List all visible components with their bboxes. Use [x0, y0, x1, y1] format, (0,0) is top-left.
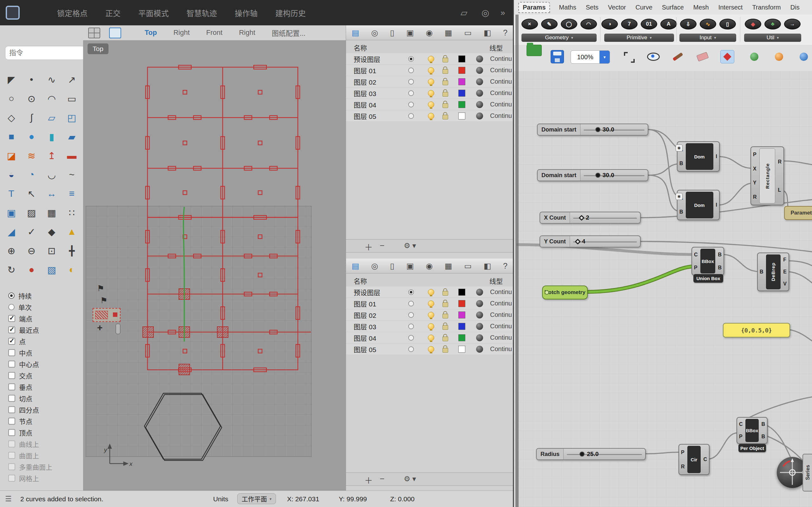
group-caption[interactable]: Geometry [521, 34, 597, 42]
selection-filter-icon[interactable] [93, 308, 120, 322]
display-panel-icon[interactable]: ▭ [464, 262, 472, 271]
osnap-item[interactable]: 多重曲面上 [0, 461, 83, 472]
box-panel-icon[interactable]: ▣ [406, 262, 414, 271]
pane-single-icon[interactable] [109, 27, 121, 38]
number-slider-icon[interactable]: ∿ [700, 19, 716, 30]
checkbox-icon[interactable] [8, 441, 15, 447]
layer-material-icon[interactable] [476, 346, 483, 353]
monitor-panel-icon[interactable]: ◧ [484, 262, 491, 271]
port-out[interactable]: L [778, 187, 781, 193]
menubar-item[interactable]: 正交 [105, 7, 120, 18]
tab-transform[interactable]: Transform [751, 3, 781, 12]
menubar-item[interactable]: 平面模式 [138, 7, 169, 18]
layer-lock-icon[interactable] [443, 325, 448, 330]
boolean-union-icon[interactable]: ◒ [1, 168, 21, 181]
eraser-icon[interactable] [696, 50, 710, 63]
tab-intersect[interactable]: Intersect [718, 3, 744, 12]
port-in[interactable]: C [739, 421, 743, 427]
slider-knob[interactable] [575, 239, 580, 244]
menubar-item[interactable]: 建构历史 [275, 7, 306, 18]
layer-color-swatch[interactable] [458, 101, 465, 108]
layer-material-icon[interactable] [476, 90, 483, 97]
puzzle-icon[interactable]: ◪ [1, 149, 21, 162]
osnap-item[interactable]: 曲面上 [0, 450, 83, 461]
group-caption[interactable]: Util [744, 34, 801, 42]
current-layer-radio[interactable] [408, 67, 414, 73]
checkbox-icon[interactable] [8, 383, 15, 390]
curve-param-icon[interactable]: ✎ [541, 19, 558, 30]
freeform-icon[interactable]: ∫ [21, 111, 42, 124]
osnap-item[interactable]: 节点 [0, 415, 83, 427]
layer-row[interactable]: 图层 01 Continu [346, 65, 513, 76]
units-label[interactable]: Units [213, 495, 229, 503]
open-file-icon[interactable] [526, 45, 542, 56]
group-caption[interactable]: Primitive [604, 34, 674, 42]
sphere-icon[interactable]: ● [21, 130, 42, 143]
ellipse-icon[interactable]: ⊙ [21, 92, 42, 105]
integer-param-icon[interactable]: 7 [621, 19, 638, 30]
layer-row[interactable]: 图层 03 Continu [346, 321, 513, 332]
paintbrush-icon[interactable] [671, 50, 685, 63]
layer-material-icon[interactable] [476, 312, 483, 319]
dom-component-2[interactable]: ✱ A B Dom I [677, 190, 720, 220]
cplane-export-icon[interactable]: ▱ [461, 0, 467, 25]
menubar-item[interactable]: 智慧轨迹 [187, 7, 217, 18]
layer-row[interactable]: 图层 04 Continu [346, 99, 513, 110]
layer-visibility-bulb-icon[interactable] [428, 323, 434, 330]
layer-linetype[interactable]: Continu [490, 334, 513, 341]
layer-row[interactable]: 图层 05 Continu [346, 110, 513, 122]
port-in[interactable]: C [694, 252, 698, 258]
circle-param-icon[interactable]: ◯ [561, 19, 577, 30]
layer-material-icon[interactable] [476, 101, 483, 108]
tab-layout[interactable]: 图纸配置... [264, 27, 314, 38]
render-icon[interactable]: ● [21, 263, 42, 276]
checkbox-icon[interactable] [8, 338, 15, 345]
osnap-mode[interactable]: 持续 [0, 290, 83, 301]
checkbox-icon[interactable] [8, 372, 15, 379]
number-slider-x-count[interactable]: X Count 2 [540, 212, 641, 224]
layer-linetype[interactable]: Continu [490, 300, 513, 307]
layer-visibility-bulb-icon[interactable] [428, 289, 434, 295]
osnap-item[interactable]: 顶点 [0, 427, 83, 438]
pan-icon[interactable]: ╋ [62, 244, 82, 257]
tab-surface[interactable]: Surface [661, 3, 684, 12]
layer-material-icon[interactable] [476, 78, 483, 85]
export-icon[interactable]: → [784, 19, 801, 30]
radio-icon[interactable] [8, 304, 14, 310]
port-out[interactable]: R [778, 159, 781, 165]
layer-visibility-bulb-icon[interactable] [428, 335, 434, 341]
layer-row[interactable]: 预设图层 Continu [346, 53, 513, 65]
layer-linetype[interactable]: Continu [490, 66, 513, 74]
camera-panel-icon[interactable]: ◉ [426, 28, 433, 38]
layer-material-icon[interactable] [476, 289, 483, 296]
checkbox-icon[interactable] [8, 475, 15, 482]
zoom-window-icon[interactable]: ⊡ [42, 244, 62, 257]
current-layer-radio[interactable] [408, 312, 414, 318]
layer-linetype[interactable]: Continu [490, 288, 513, 296]
text-icon[interactable]: T [1, 187, 21, 200]
map-icon[interactable]: ▧ [42, 263, 62, 276]
grid-panel-icon[interactable]: ▦ [445, 28, 452, 38]
layer-lock-icon[interactable] [443, 92, 448, 97]
notes-panel-icon[interactable]: ▯ [390, 262, 395, 271]
boolean-diff-icon[interactable]: ◔ [21, 168, 42, 181]
layer-linetype[interactable]: Continu [490, 78, 513, 85]
pen-icon[interactable] [115, 324, 120, 334]
block-icon[interactable]: ▣ [1, 206, 21, 219]
slider-knob[interactable] [579, 452, 585, 457]
zoom-in-icon[interactable]: ⊕ [1, 244, 21, 257]
layer-linetype[interactable]: Continu [490, 55, 513, 62]
box-panel-icon[interactable]: ▣ [406, 28, 414, 38]
current-layer-radio[interactable] [408, 301, 414, 306]
port-out[interactable]: B [761, 421, 765, 427]
osnap-item[interactable]: 最近点 [0, 324, 83, 336]
zoom-extents-icon[interactable] [622, 50, 636, 63]
current-layer-radio[interactable] [408, 346, 414, 352]
notch-geometry-param[interactable]: Notch geometry [542, 285, 588, 299]
port-in[interactable]: P [753, 152, 757, 158]
rotate-view-icon[interactable]: ↻ [1, 263, 21, 276]
add-layer-button[interactable]: ＋ [364, 241, 373, 252]
history-list-icon[interactable]: ☰ [5, 495, 12, 503]
layer-row[interactable]: 图层 05 Continu [346, 343, 513, 355]
layer-visibility-bulb-icon[interactable] [428, 90, 434, 96]
